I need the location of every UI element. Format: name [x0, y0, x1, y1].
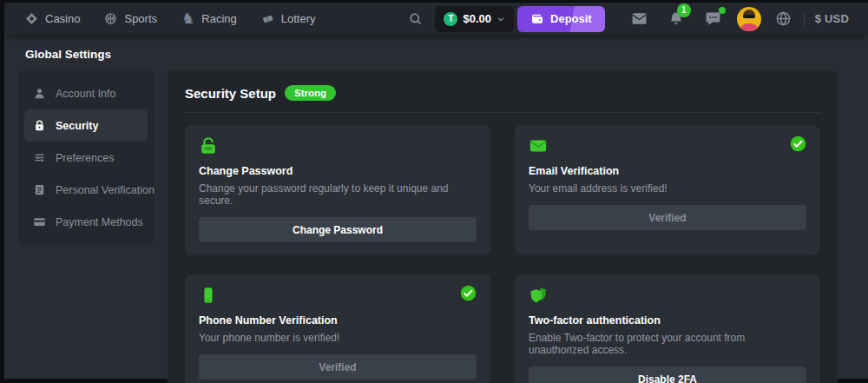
divider: [804, 12, 805, 26]
user-icon: [33, 87, 46, 100]
navbar-right: T $0.00 Deposit 1: [408, 6, 849, 32]
card-description: Your email address is verified!: [529, 182, 806, 195]
phone-icon: [199, 286, 218, 305]
lottery-icon: [261, 12, 274, 25]
nav-item-sports[interactable]: Sports: [104, 12, 157, 25]
chat-icon[interactable]: [705, 10, 721, 27]
sidebar-item-payment-methods[interactable]: Payment Methods: [24, 206, 148, 238]
credit-card-icon: [33, 215, 46, 228]
sidebar-item-label: Personal Verification: [56, 184, 155, 196]
security-setup-panel: Security Setup Strong Change Password Ch…: [168, 70, 838, 383]
tether-icon: T: [444, 12, 457, 26]
nav-item-label: Lottery: [281, 12, 316, 25]
verified-check-icon: [460, 285, 477, 301]
card-description: Your phone number is verified!: [199, 332, 477, 344]
settings-sidebar: Account Info Security Preferences Person…: [17, 70, 155, 245]
language-globe-icon[interactable]: [775, 10, 792, 27]
balance-amount: $0.00: [463, 12, 491, 25]
verified-check-icon: [790, 135, 806, 152]
card-title: Change Password: [199, 165, 477, 177]
primary-nav: Casino Sports ♞ Racing Lottery: [25, 11, 316, 26]
sidebar-item-account-info[interactable]: Account Info: [24, 77, 148, 109]
casino-icon: [25, 12, 38, 25]
card-title: Two-factor authentication: [529, 314, 806, 327]
chevron-down-icon: [496, 15, 505, 23]
racing-icon: ♞: [181, 11, 194, 26]
phone-verification-card: Phone Number Verification Your phone num…: [185, 274, 490, 383]
email-verified-button[interactable]: Verified: [529, 205, 806, 230]
currency-selector[interactable]: $ USD: [815, 12, 849, 25]
nav-item-label: Racing: [201, 12, 236, 25]
envelope-icon: [529, 136, 548, 155]
chat-status-dot: [719, 7, 726, 14]
change-password-card: Change Password Change your password reg…: [185, 125, 490, 255]
app-window: Casino Sports ♞ Racing Lottery: [4, 3, 868, 379]
panel-title: Security Setup: [185, 86, 276, 101]
card-title: Phone Number Verification: [199, 314, 477, 327]
nav-item-racing[interactable]: ♞ Racing: [181, 11, 237, 26]
sidebar-item-label: Preferences: [56, 152, 114, 164]
shield-icon: [529, 286, 548, 305]
sidebar-item-preferences[interactable]: Preferences: [24, 142, 148, 174]
phone-verified-button[interactable]: Verified: [199, 354, 477, 380]
deposit-button[interactable]: Deposit: [517, 6, 605, 32]
card-description: Change your password regularly to keep i…: [199, 182, 477, 207]
nav-item-label: Sports: [124, 12, 157, 25]
deposit-label: Deposit: [550, 12, 592, 25]
nav-item-casino[interactable]: Casino: [25, 12, 80, 25]
nav-item-lottery[interactable]: Lottery: [261, 12, 316, 25]
change-password-button[interactable]: Change Password: [199, 217, 477, 242]
notification-count-badge: 1: [677, 3, 691, 17]
notifications-bell-icon[interactable]: 1: [668, 11, 684, 27]
wallet-icon: [530, 12, 544, 26]
page-title: Global Settings: [25, 48, 868, 61]
card-description: Enable Two-factor to protect your accoun…: [529, 332, 806, 356]
user-avatar[interactable]: [737, 7, 761, 31]
mail-icon[interactable]: [631, 10, 648, 27]
top-navbar: Casino Sports ♞ Racing Lottery: [4, 3, 868, 35]
wallet-balance-selector[interactable]: T $0.00: [435, 6, 514, 32]
password-strength-badge: Strong: [285, 85, 336, 101]
divider: [185, 112, 820, 113]
sidebar-item-personal-verification[interactable]: Personal Verification: [24, 174, 148, 206]
disable-2fa-button[interactable]: Disable 2FA: [529, 366, 806, 383]
card-title: Email Verification: [529, 165, 806, 177]
sidebar-item-label: Security: [56, 120, 98, 132]
two-factor-card: Two-factor authentication Enable Two-fac…: [515, 274, 820, 383]
sports-icon: [104, 12, 117, 25]
sidebar-item-security[interactable]: Security: [24, 109, 148, 142]
document-icon: [33, 183, 46, 196]
preferences-icon: [33, 151, 46, 164]
sidebar-item-label: Payment Methods: [56, 216, 143, 228]
search-icon[interactable]: [408, 11, 423, 26]
nav-item-label: Casino: [45, 12, 80, 25]
padlock-icon: [199, 136, 218, 155]
lock-icon: [33, 119, 46, 132]
email-verification-card: Email Verification Your email address is…: [515, 125, 820, 255]
sidebar-item-label: Account Info: [56, 88, 116, 100]
